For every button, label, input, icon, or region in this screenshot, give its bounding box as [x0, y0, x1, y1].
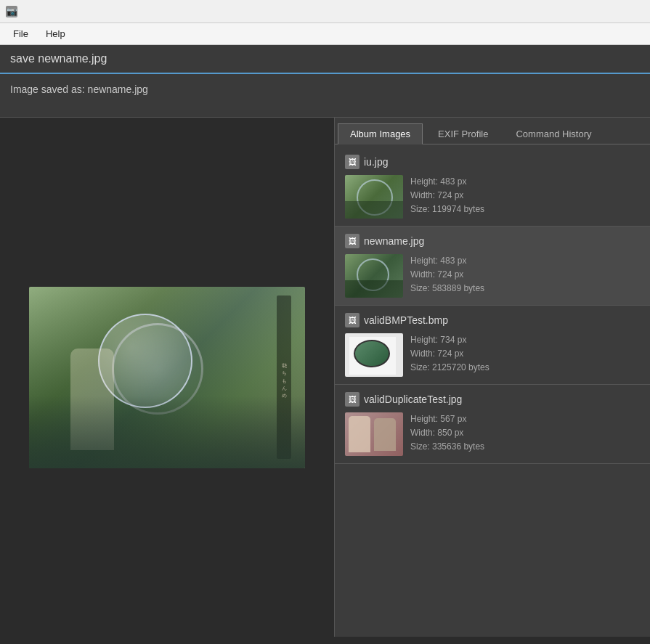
album-icon-iu: 🖼: [345, 155, 359, 169]
album-icon-newname: 🖼: [345, 234, 359, 248]
album-item-validdup[interactable]: 🖼 validDuplicateTest.jpg Height: 567 px …: [335, 385, 650, 464]
app-icon: 📷: [6, 6, 17, 17]
album-meta-newname: Height: 483 px Width: 724 px Size: 58388…: [410, 254, 484, 296]
album-thumb-iu: [345, 175, 403, 219]
image-panel: 花いちもんめ: [0, 118, 334, 637]
album-height-newname: Height: 483 px: [410, 254, 484, 268]
album-icon-validdup: 🖼: [345, 392, 359, 407]
album-name-validbmp: validBMPTest.bmp: [364, 314, 448, 326]
minimize-button[interactable]: [541, 0, 574, 23]
album-width-validbmp: Width: 724 px: [410, 347, 489, 361]
window-controls: [541, 0, 644, 23]
album-icon-validbmp: 🖼: [345, 313, 359, 327]
album-meta-iu: Height: 483 px Width: 724 px Size: 11997…: [410, 175, 484, 217]
menu-help[interactable]: Help: [38, 25, 73, 42]
album-name-validdup: validDuplicateTest.jpg: [364, 394, 462, 405]
album-width-iu: Width: 724 px: [410, 189, 484, 203]
album-size-iu: Size: 119974 bytes: [410, 203, 484, 216]
album-item-validdup-body: Height: 567 px Width: 850 px Size: 33563…: [345, 412, 640, 456]
album-item-newname-header: 🖼 newname.jpg: [345, 234, 640, 248]
album-list: 🖼 iu.jpg Height: 483 px Width: 724 px Si…: [335, 144, 650, 637]
tab-exif-profile[interactable]: EXIF Profile: [426, 123, 500, 144]
album-name-newname: newname.jpg: [364, 235, 424, 247]
main-image: 花いちもんめ: [29, 287, 305, 468]
album-item-validbmp-header: 🖼 validBMPTest.bmp: [345, 313, 640, 327]
command-area: [0, 45, 650, 74]
album-width-validdup: Width: 850 px: [410, 426, 484, 440]
album-height-iu: Height: 483 px: [410, 175, 484, 189]
album-size-newname: Size: 583889 bytes: [410, 282, 484, 295]
title-bar: 📷: [0, 0, 650, 23]
command-input[interactable]: [10, 52, 640, 65]
album-item-newname[interactable]: 🖼 newname.jpg Height: 483 px Width: 724 …: [335, 227, 650, 306]
album-thumb-validdup: [345, 412, 403, 456]
menu-bar: File Help: [0, 23, 650, 45]
album-height-validdup: Height: 567 px: [410, 412, 484, 426]
output-area: Image saved as: newname.jpg: [0, 74, 650, 118]
album-size-validdup: Size: 335636 bytes: [410, 440, 484, 454]
album-thumb-newname: [345, 254, 403, 298]
album-name-iu: iu.jpg: [364, 156, 388, 168]
close-button[interactable]: [611, 0, 644, 23]
tab-album-images[interactable]: Album Images: [338, 123, 423, 144]
main-content: 花いちもんめ Album Images EXIF Profile Command…: [0, 118, 650, 637]
album-item-validdup-header: 🖼 validDuplicateTest.jpg: [345, 392, 640, 407]
output-text: Image saved as: newname.jpg: [10, 83, 148, 95]
album-width-newname: Width: 724 px: [410, 268, 484, 282]
album-thumb-validbmp: [345, 333, 403, 377]
album-height-validbmp: Height: 734 px: [410, 333, 489, 347]
album-size-validbmp: Size: 2125720 bytes: [410, 361, 489, 375]
maximize-button[interactable]: [576, 0, 609, 23]
album-item-iu[interactable]: 🖼 iu.jpg Height: 483 px Width: 724 px Si…: [335, 147, 650, 227]
album-item-validbmp[interactable]: 🖼 validBMPTest.bmp Height: 734 px Width:…: [335, 306, 650, 385]
album-item-iu-body: Height: 483 px Width: 724 px Size: 11997…: [345, 175, 640, 219]
tab-command-history[interactable]: Command History: [503, 123, 604, 144]
menu-file[interactable]: File: [6, 25, 36, 42]
album-item-iu-header: 🖼 iu.jpg: [345, 155, 640, 169]
album-item-newname-body: Height: 483 px Width: 724 px Size: 58388…: [345, 254, 640, 298]
album-meta-validbmp: Height: 734 px Width: 724 px Size: 21257…: [410, 333, 489, 375]
tabs-header: Album Images EXIF Profile Command Histor…: [335, 118, 650, 144]
album-item-validbmp-body: Height: 734 px Width: 724 px Size: 21257…: [345, 333, 640, 377]
right-panel: Album Images EXIF Profile Command Histor…: [334, 118, 650, 637]
album-meta-validdup: Height: 567 px Width: 850 px Size: 33563…: [410, 412, 484, 455]
